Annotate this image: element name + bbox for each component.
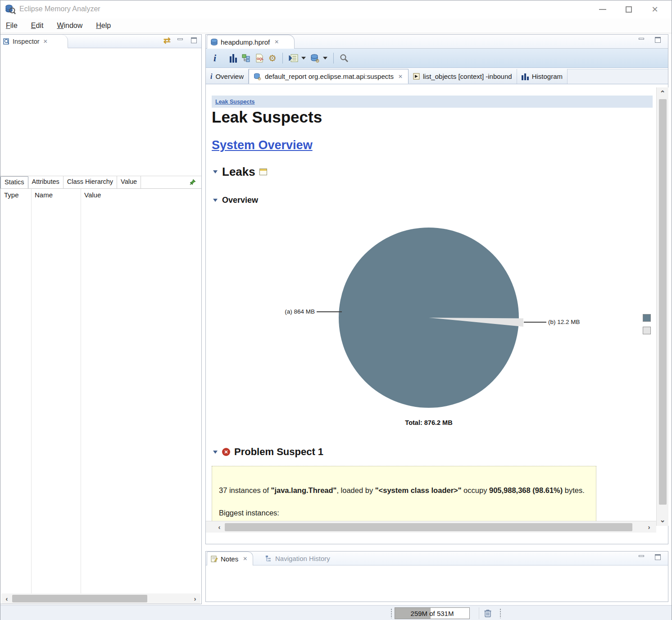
inspector-tab-value[interactable]: Value	[117, 176, 141, 188]
heap-dump-icon	[210, 38, 218, 46]
histogram-icon[interactable]	[230, 54, 237, 63]
collapse-triangle-icon[interactable]	[213, 199, 218, 202]
scrollbar-thumb[interactable]	[659, 99, 667, 505]
inspector-view-tab[interactable]: Inspector ✕	[0, 35, 68, 48]
editor-minimize-button[interactable]	[638, 37, 645, 43]
pie-leader-line	[317, 311, 342, 312]
scroll-left-icon[interactable]: ‹	[1, 595, 12, 602]
menu-help[interactable]: Help	[94, 20, 116, 32]
run-report-icon[interactable]	[289, 54, 306, 63]
inspector-horizontal-scrollbar[interactable]: ‹ ›	[1, 593, 200, 604]
section-heading: Leaks	[222, 165, 255, 179]
inspector-header: Inspector ✕ ⇄	[0, 35, 201, 48]
system-overview-link[interactable]: System Overview	[212, 138, 313, 152]
report-horizontal-scrollbar[interactable]: ‹ ›	[206, 521, 656, 533]
overview-info-icon[interactable]: i	[213, 52, 225, 64]
drag-grip[interactable]	[499, 608, 501, 618]
window-maximize-button[interactable]	[616, 0, 642, 18]
tab-overview[interactable]: i Overview	[206, 69, 249, 84]
leak-suspects-report: Leak Suspects Leak Suspects System Overv…	[206, 87, 656, 533]
scrollbar-thumb[interactable]	[12, 595, 147, 602]
open-in-window-icon[interactable]	[259, 169, 267, 175]
run-garbage-collector-button[interactable]	[479, 607, 496, 619]
inspector-tab-class-hierarchy[interactable]: Class Hierarchy	[64, 176, 117, 188]
tab-label: default_report org.eclipse.mat.api:suspe…	[265, 73, 394, 80]
dominator-tree-icon[interactable]	[241, 54, 250, 63]
scroll-left-icon[interactable]: ‹	[214, 523, 225, 531]
editor-area: heapdump.hprof ✕ i	[205, 34, 668, 544]
editor-toolbar: i OQL ⚙	[206, 49, 668, 68]
notes-icon	[211, 555, 218, 562]
column-value[interactable]: Value	[81, 189, 104, 202]
inspector-minimize-button[interactable]	[177, 37, 184, 44]
scrollbar-thumb[interactable]	[225, 523, 632, 531]
inspector-tab-strip: Statics Attributes Class Hierarchy Value	[0, 176, 201, 188]
pie-leader-line	[524, 322, 546, 323]
tab-default-report-suspects[interactable]: ⚙ default_report org.eclipse.mat.api:sus…	[249, 69, 409, 84]
inspector-table[interactable]: Type Name Value	[0, 188, 201, 593]
oql-icon[interactable]: OQL	[255, 54, 264, 63]
tab-navigation-history[interactable]: Navigation History	[261, 552, 335, 565]
scroll-right-icon[interactable]: ›	[190, 595, 200, 602]
run-expert-report-gear-icon[interactable]: ⚙	[268, 53, 277, 64]
drag-grip[interactable]	[390, 608, 392, 618]
editor-tab-label: heapdump.hprof	[221, 38, 270, 46]
menu-window[interactable]: Window	[55, 20, 88, 32]
window-close-button[interactable]: ✕	[642, 0, 668, 18]
pie-slice-b-label: (b) 12.2 MB	[548, 319, 580, 325]
section-overview[interactable]: Overview	[213, 196, 258, 205]
tab-label: Overview	[215, 73, 244, 80]
inspector-tab-statics[interactable]: Statics	[0, 176, 28, 188]
section-problem-suspect-1[interactable]: ✕ Problem Suspect 1	[213, 446, 323, 458]
notes-maximize-button[interactable]	[654, 554, 662, 561]
collapse-triangle-icon[interactable]	[213, 451, 218, 454]
pie-slice-a-label: (a) 864 MB	[274, 308, 315, 315]
section-leaks[interactable]: Leaks	[213, 165, 267, 179]
column-type[interactable]: Type	[0, 189, 31, 202]
breadcrumb-link[interactable]: Leak Suspects	[215, 99, 255, 105]
query-browser-icon[interactable]: ⚙	[310, 54, 327, 63]
window-minimize-button[interactable]	[590, 0, 616, 18]
inspector-close-icon[interactable]: ✕	[42, 38, 49, 45]
svg-text:OQL: OQL	[257, 57, 264, 61]
collapse-triangle-icon[interactable]	[213, 170, 218, 173]
notes-content[interactable]	[206, 565, 668, 602]
column-name[interactable]: Name	[31, 189, 81, 202]
menu-edit[interactable]: Edit	[29, 20, 49, 32]
inspector-title: Inspector	[13, 38, 40, 45]
tab-notes[interactable]: Notes ✕	[207, 552, 253, 565]
dropdown-caret-icon[interactable]	[301, 57, 306, 59]
tab-close-icon[interactable]: ✕	[242, 555, 248, 562]
pin-icon[interactable]	[190, 179, 196, 185]
histogram-icon	[522, 73, 529, 80]
inspector-table-header: Type Name Value	[0, 189, 201, 202]
app-logo-icon	[5, 4, 16, 15]
tab-histogram[interactable]: Histogram	[517, 69, 568, 84]
editor-tab-close-icon[interactable]: ✕	[273, 38, 280, 46]
search-icon[interactable]	[340, 54, 349, 63]
editor-maximize-button[interactable]	[654, 37, 662, 43]
heap-status-widget[interactable]: 259M of 531M	[395, 607, 470, 619]
editor-tab-heapdump[interactable]: heapdump.hprof ✕	[207, 35, 295, 49]
tab-close-icon[interactable]: ✕	[397, 73, 404, 80]
dropdown-caret-icon[interactable]	[323, 57, 327, 59]
scroll-down-icon[interactable]: ⌄	[660, 514, 666, 526]
notes-minimize-button[interactable]	[638, 554, 645, 561]
link-with-snapshot-icon[interactable]: ⇄	[163, 36, 171, 45]
inspector-tab-attributes[interactable]: Attributes	[28, 176, 64, 188]
tab-list-objects[interactable]: list_objects [context] -inbound	[409, 69, 517, 84]
report-vertical-scrollbar[interactable]: ⌃ ⌄	[656, 87, 668, 526]
report-icon: ⚙	[254, 73, 262, 81]
toolbar-divider	[333, 53, 334, 64]
column-divider	[81, 189, 81, 593]
section-heading: Overview	[222, 196, 258, 205]
error-icon: ✕	[222, 448, 230, 456]
menu-file[interactable]: File	[4, 20, 23, 32]
svg-text:⚙: ⚙	[258, 76, 261, 80]
scroll-right-icon[interactable]: ›	[644, 523, 654, 531]
heap-status-text: 259M of 531M	[395, 608, 469, 619]
inspector-maximize-button[interactable]	[191, 37, 198, 44]
breadcrumb: Leak Suspects	[212, 96, 653, 108]
scroll-up-icon[interactable]: ⌃	[660, 87, 666, 99]
svg-text:⚙: ⚙	[315, 58, 320, 63]
